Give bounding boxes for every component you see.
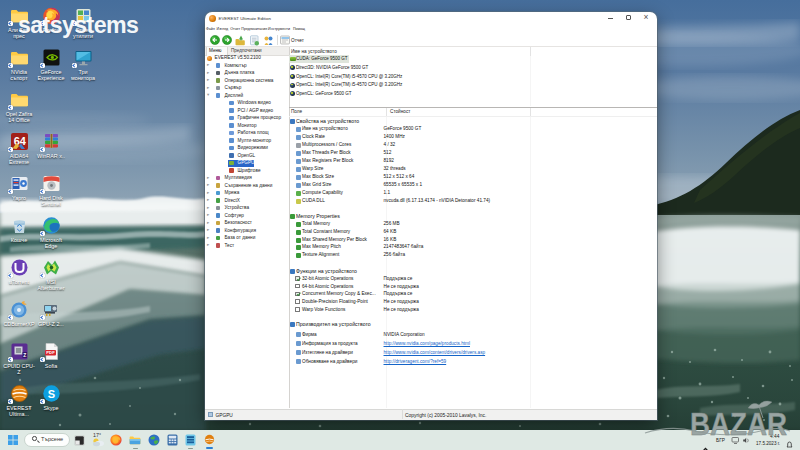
svg-text:Z: Z (23, 352, 26, 358)
svg-text:BAZAR: BAZAR (690, 406, 787, 442)
svg-text:PDF: PDF (46, 350, 55, 355)
svg-text:S: S (47, 388, 54, 400)
